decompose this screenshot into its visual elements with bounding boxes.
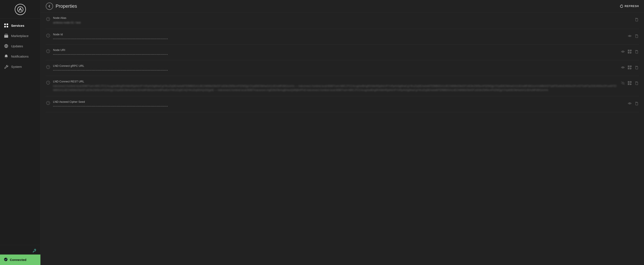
sidebar-item-updates[interactable]: Updates <box>0 41 40 51</box>
svg-rect-44 <box>630 68 630 68</box>
qr-icon <box>628 66 632 69</box>
svg-rect-29 <box>628 53 629 53</box>
sidebar-item-marketplace[interactable]: Marketplace <box>0 31 40 41</box>
copy-icon <box>634 34 638 38</box>
table-row: ? Node Alias amboss-node-01 / test <box>46 13 639 29</box>
qr-button-grpc[interactable] <box>627 65 632 70</box>
bell-icon <box>4 54 8 59</box>
copy-button-rest[interactable] <box>634 81 639 85</box>
qr-button-node-uri[interactable] <box>627 49 632 54</box>
svg-rect-30 <box>630 52 630 53</box>
prop-value-node-alias: amboss-node-01 / test <box>53 21 632 25</box>
svg-rect-66 <box>636 103 638 105</box>
help-icon-node-uri[interactable]: ? <box>46 49 50 54</box>
sidebar-item-services[interactable]: Services <box>0 20 40 31</box>
svg-point-19 <box>629 35 630 36</box>
svg-rect-4 <box>7 26 8 27</box>
eye-icon <box>628 101 632 105</box>
svg-text:?: ? <box>48 50 49 53</box>
prop-label: Node URI <box>53 48 618 52</box>
table-row: ? LND Aezeed Cipher Seed •••••••••••••••… <box>46 96 639 112</box>
svg-point-65 <box>629 103 630 104</box>
prop-label: LND Aezeed Cipher Seed <box>53 100 625 103</box>
copy-button-node-uri[interactable] <box>634 49 639 54</box>
svg-rect-42 <box>630 66 631 67</box>
svg-rect-48 <box>636 67 638 69</box>
sidebar-item-system[interactable]: System <box>0 62 40 72</box>
qr-button-rest[interactable] <box>627 81 632 85</box>
prop-value-node-uri: ••••••••••••••••••••••••••••••••••••••••… <box>53 53 618 56</box>
copy-icon <box>634 18 638 22</box>
svg-rect-55 <box>628 82 629 82</box>
svg-point-23 <box>622 51 624 52</box>
prop-actions-node-alias <box>634 17 639 22</box>
svg-rect-34 <box>636 51 638 53</box>
sidebar-item-label: Marketplace <box>11 34 29 38</box>
prop-actions-node-id <box>627 34 639 38</box>
svg-rect-47 <box>630 69 630 69</box>
view-button-grpc[interactable] <box>620 65 625 70</box>
copy-button-seed[interactable] <box>634 101 639 106</box>
check-icon <box>4 257 8 262</box>
svg-rect-43 <box>628 68 629 69</box>
prop-content-node-id: Node Id ••••••••••••••••••••••••••••••••… <box>53 33 625 41</box>
refresh-label: REFRESH <box>624 5 639 8</box>
help-icon-seed[interactable]: ? <box>46 101 50 105</box>
properties-list: ? Node Alias amboss-node-01 / test <box>40 13 644 265</box>
sidebar-item-label: Updates <box>11 44 23 48</box>
help-icon-node-id[interactable]: ? <box>46 33 50 38</box>
svg-text:?: ? <box>48 34 49 37</box>
svg-point-13 <box>4 258 8 261</box>
prop-actions-grpc <box>620 65 639 70</box>
prop-label: Node Id <box>53 33 625 36</box>
view-button-seed[interactable] <box>627 101 632 106</box>
table-row: ? Node URI •••••••••••••••••••••••••••••… <box>46 45 639 60</box>
svg-text:?: ? <box>48 81 49 84</box>
svg-point-0 <box>18 7 23 12</box>
sidebar: Services Marketplace <box>0 0 40 265</box>
store-icon <box>4 33 8 38</box>
svg-rect-57 <box>628 84 629 84</box>
eye-off-icon <box>621 81 625 85</box>
sidebar-item-label: Services <box>11 24 24 27</box>
svg-text:?: ? <box>48 102 49 104</box>
sidebar-item-label: Notifications <box>11 55 29 58</box>
prop-content-rest: LND Connect REST URL lndconnect://umbrel… <box>53 80 618 92</box>
copy-icon <box>634 81 638 85</box>
copy-button-node-alias[interactable] <box>634 17 639 22</box>
svg-point-12 <box>34 249 35 250</box>
prop-actions-rest <box>620 81 639 85</box>
snake-icon-area <box>0 247 40 254</box>
qr-icon <box>628 81 632 85</box>
copy-button-grpc[interactable] <box>634 65 639 70</box>
sidebar-item-notifications[interactable]: Notifications <box>0 51 40 62</box>
view-button-node-id[interactable] <box>627 34 632 38</box>
svg-rect-33 <box>630 53 630 53</box>
view-off-button-rest[interactable] <box>620 81 625 85</box>
copy-button-node-id[interactable] <box>634 34 639 38</box>
main-content: Properties REFRESH ? Node Alias amboss-n… <box>40 0 644 265</box>
back-button[interactable] <box>46 3 53 10</box>
logo-area <box>0 0 40 19</box>
sidebar-bottom: Connected <box>0 245 40 265</box>
svg-point-37 <box>622 67 624 68</box>
view-button-node-uri[interactable] <box>620 49 625 54</box>
copy-icon <box>634 66 638 69</box>
eye-icon <box>621 66 625 69</box>
help-icon-rest[interactable]: ? <box>46 80 50 85</box>
refresh-button[interactable]: REFRESH <box>620 5 639 8</box>
qr-icon <box>628 50 632 54</box>
prop-content-node-alias: Node Alias amboss-node-01 / test <box>53 16 632 25</box>
copy-icon <box>634 101 638 105</box>
svg-rect-5 <box>4 35 8 38</box>
help-icon-node-alias[interactable]: ? <box>46 17 50 22</box>
help-icon-grpc[interactable]: ? <box>46 65 50 69</box>
svg-text:?: ? <box>48 18 49 20</box>
top-bar-left: Properties <box>46 3 77 10</box>
prop-value-node-id: ••••••••••••••••••••••••••••••••••••••••… <box>53 37 625 41</box>
svg-rect-62 <box>636 82 638 85</box>
svg-rect-27 <box>628 50 629 51</box>
prop-value-rest: lndconnect://umbrel.local:8080?cert=MIIC… <box>53 84 618 92</box>
refresh-icon <box>620 5 623 8</box>
eye-icon <box>621 50 625 54</box>
